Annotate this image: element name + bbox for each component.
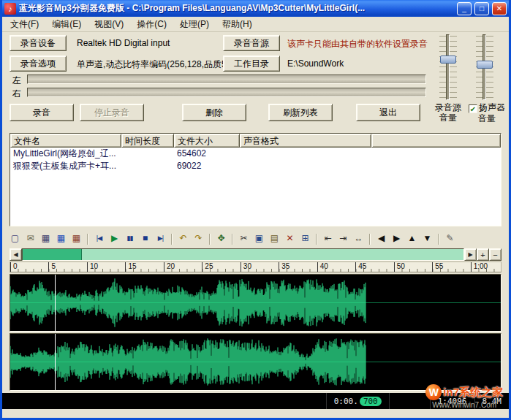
close-button[interactable]: ✕ <box>492 2 507 15</box>
menu-item-process[interactable]: 处理(P) <box>173 17 216 32</box>
waveform-scrollbar: ◀ ▶ + − <box>10 248 501 261</box>
cell-format <box>240 148 371 160</box>
status-position-highlight: 700 <box>360 397 382 406</box>
ruler-label: 25 <box>202 262 213 272</box>
stop-record-button[interactable]: 停止录音 <box>80 104 144 121</box>
status-position-prefix: 0:00. <box>334 397 358 406</box>
editor-toolbar: ▢✉▦▦▦|◀▶▮▮■▶|↶↷✥✂▣▤✕⊞⇤⇥↔◀▶▲▼✎ <box>2 229 509 248</box>
record-volume-label: 录音源 音量 <box>431 102 466 123</box>
waveform-right-channel[interactable] <box>10 333 501 391</box>
menu-item-file[interactable]: 文件(F) <box>4 17 45 32</box>
record-volume-label-line1: 录音源 <box>431 102 466 112</box>
record-volume-thumb[interactable] <box>440 56 456 64</box>
exit-button[interactable]: 退出 <box>356 104 420 121</box>
watermark: W in7系统之家 Www.Winwin7.Com <box>425 384 503 409</box>
play-icon[interactable]: ▶ <box>107 232 121 245</box>
ruler-label: 20 <box>164 262 175 272</box>
record-button[interactable]: 录音 <box>10 104 74 121</box>
speaker-volume-label: ✔扬声器 音量 <box>466 102 508 123</box>
record-device-value: Realtek HD Digital input <box>77 38 170 48</box>
table-row[interactable]: 狠狠爱(主板集成声卡+耳...69022 <box>10 160 501 172</box>
column-header-2[interactable]: 文件大小 <box>174 134 240 148</box>
ruler-label: 45 <box>355 262 366 272</box>
recorder-panel: 录音设备 Realtek HD Digital input 录音音源 该声卡只能… <box>2 32 509 133</box>
mix-paste-icon[interactable]: ⊞ <box>298 232 312 245</box>
file-table-header: 文件名时间长度文件大小声音格式 <box>10 134 501 148</box>
pause-icon[interactable]: ▮▮ <box>123 232 137 245</box>
cell-duration <box>121 148 174 160</box>
scroll-right-icon[interactable]: ▶ <box>390 232 404 245</box>
toolbar-separator <box>369 234 371 245</box>
refresh-list-button[interactable]: 刷新列表 <box>268 104 333 121</box>
cell-format <box>240 160 371 172</box>
copy-icon[interactable]: ▣ <box>252 232 266 245</box>
delete-button[interactable]: 删除 <box>182 104 246 121</box>
scrollbar-right-arrow[interactable]: ▶ <box>464 248 477 261</box>
app-window: ♪ 蓝光影音Mp3分割器免费版 - C:\Program Files\Langu… <box>0 0 511 420</box>
ruler-minor-ticks <box>10 269 501 272</box>
table-row[interactable]: MyLittleGirl(网络原创_辽...654602 <box>10 148 501 160</box>
stop-icon[interactable]: ■ <box>138 232 152 245</box>
watermark-logo-icon: W <box>425 384 442 400</box>
scrollbar-left-arrow[interactable]: ◀ <box>10 248 22 261</box>
speaker-label-line2: 音量 <box>466 113 508 123</box>
status-spacer <box>2 393 327 409</box>
ruler-label: 10 <box>87 262 98 272</box>
save-icon[interactable]: ▦ <box>39 232 53 245</box>
zoom-out-icon[interactable]: ▼ <box>420 232 434 245</box>
selection-range-icon[interactable]: ↔ <box>352 232 366 245</box>
left-channel-label: 左 <box>12 75 21 87</box>
scrollbar-thumb[interactable] <box>23 249 82 260</box>
cell-size: 69022 <box>174 160 240 172</box>
speaker-volume-thumb[interactable] <box>477 61 493 69</box>
column-header-0[interactable]: 文件名 <box>10 134 121 148</box>
mark-end-icon[interactable]: ⇥ <box>336 232 350 245</box>
redo-icon[interactable]: ↷ <box>192 232 205 245</box>
save-as-icon[interactable]: ▦ <box>54 232 68 245</box>
speaker-label-line1: 扬声器 <box>479 102 505 112</box>
cut-icon[interactable]: ✂ <box>237 232 251 245</box>
menu-item-view[interactable]: 视图(V) <box>88 17 130 32</box>
mark-start-icon[interactable]: ⇤ <box>321 232 335 245</box>
seek-end-icon[interactable]: ▶| <box>154 232 167 245</box>
column-header-1[interactable]: 时间长度 <box>121 134 174 148</box>
record-source-button[interactable]: 录音音源 <box>223 35 280 51</box>
speaker-checkbox[interactable]: ✔ <box>469 104 477 113</box>
title-bar[interactable]: ♪ 蓝光影音Mp3分割器免费版 - C:\Program Files\Langu… <box>2 0 509 17</box>
export-mail-icon[interactable]: ✉ <box>23 232 37 245</box>
time-ruler[interactable]: 05101520253035404550551:00 <box>10 261 501 272</box>
zoom-plus-button[interactable]: + <box>477 248 489 261</box>
edit-tool-icon[interactable]: ✎ <box>443 232 457 245</box>
menu-item-help[interactable]: 帮助(H) <box>216 17 259 32</box>
workdir-button[interactable]: 工作目录 <box>223 56 280 72</box>
save-selection-icon[interactable]: ▦ <box>69 232 83 245</box>
undo-icon[interactable]: ↶ <box>176 232 190 245</box>
new-file-icon[interactable]: ▢ <box>8 232 22 245</box>
menu-bar: 文件(F)编辑(E)视图(V)操作(C)处理(P)帮助(H) <box>2 17 509 32</box>
app-icon: ♪ <box>4 3 16 15</box>
menu-item-edit[interactable]: 编辑(E) <box>45 17 88 32</box>
paste-icon[interactable]: ▤ <box>268 232 281 245</box>
record-device-button[interactable]: 录音设备 <box>10 35 67 51</box>
minimize-button[interactable]: _ <box>457 2 472 15</box>
ruler-label: 55 <box>432 262 443 272</box>
seek-start-icon[interactable]: |◀ <box>92 232 106 245</box>
window-title: 蓝光影音Mp3分割器免费版 - C:\Program Files\Languan… <box>19 2 454 15</box>
maximize-button[interactable]: □ <box>474 2 489 15</box>
zoom-minus-button[interactable]: − <box>489 248 501 261</box>
record-volume-slider[interactable] <box>439 34 458 100</box>
menu-item-operate[interactable]: 操作(C) <box>130 17 173 32</box>
hand-tool-icon[interactable]: ✥ <box>214 232 228 245</box>
slider-groove <box>446 34 450 100</box>
speaker-volume-slider[interactable] <box>475 34 494 100</box>
scrollbar-track[interactable] <box>22 248 464 261</box>
waveform-left-channel[interactable] <box>10 274 501 332</box>
ruler-label: 1:00 <box>471 262 488 272</box>
scroll-left-icon[interactable]: ◀ <box>374 232 388 245</box>
ruler-label: 40 <box>317 262 328 272</box>
toolbar-separator <box>87 234 88 245</box>
zoom-in-icon[interactable]: ▲ <box>405 232 419 245</box>
column-header-3[interactable]: 声音格式 <box>240 134 371 148</box>
delete-selection-icon[interactable]: ✕ <box>283 232 297 245</box>
record-options-button[interactable]: 录音选项 <box>10 56 67 72</box>
